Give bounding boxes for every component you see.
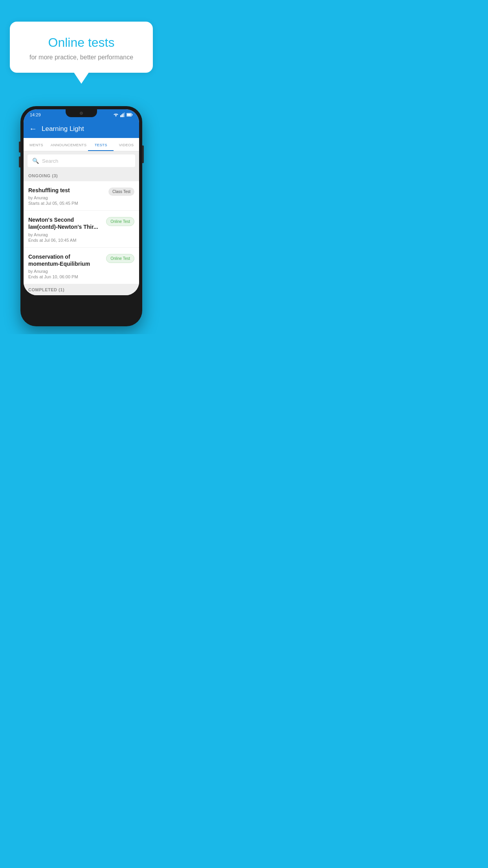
test-title-3: Conservation of momentum-Equilibrium <box>28 253 102 267</box>
wifi-icon <box>113 112 119 117</box>
svg-rect-8 <box>127 114 131 116</box>
svg-rect-3 <box>121 114 122 117</box>
app-bar: ← Learning Light <box>24 120 139 138</box>
signal-icon <box>120 112 125 117</box>
test-item-2[interactable]: Newton's Second law(contd)-Newton's Thir… <box>24 211 139 247</box>
ongoing-section-header: ONGOING (3) <box>24 170 139 181</box>
back-button[interactable]: ← <box>29 124 37 133</box>
status-time: 14:29 <box>30 112 41 117</box>
tab-tests[interactable]: TESTS <box>88 138 114 151</box>
test-author-1: by Anurag <box>28 195 105 200</box>
test-info-2: Newton's Second law(contd)-Newton's Thir… <box>28 216 106 242</box>
test-badge-2: Online Test <box>106 217 134 226</box>
search-placeholder: Search <box>42 158 58 164</box>
tab-videos[interactable]: VIDEOS <box>114 138 139 151</box>
test-item-1[interactable]: Reshuffling test by Anurag Starts at Jul… <box>24 181 139 211</box>
test-date-3: Ends at Jun 10, 06:00 PM <box>28 274 102 279</box>
tab-announcements[interactable]: ANNOUNCEMENTS <box>49 138 88 151</box>
search-icon: 🔍 <box>32 158 39 164</box>
svg-marker-0 <box>115 114 117 116</box>
speech-bubble: Online tests for more practice, better p… <box>10 22 153 73</box>
svg-rect-4 <box>123 113 123 117</box>
svg-rect-2 <box>120 115 121 117</box>
test-title-1: Reshuffling test <box>28 187 105 194</box>
svg-rect-5 <box>124 112 125 117</box>
app-bar-title: Learning Light <box>42 125 84 133</box>
status-icons <box>113 112 133 117</box>
svg-marker-1 <box>115 116 117 117</box>
test-info-1: Reshuffling test by Anurag Starts at Jul… <box>28 187 108 206</box>
volume-down-button <box>19 156 20 167</box>
volume-up-button <box>19 142 20 153</box>
test-info-3: Conservation of momentum-Equilibrium by … <box>28 253 106 279</box>
tab-bar: MENTS ANNOUNCEMENTS TESTS VIDEOS <box>24 138 139 151</box>
camera <box>80 112 83 115</box>
test-badge-1: Class Test <box>108 188 134 196</box>
test-author-3: by Anurag <box>28 269 102 274</box>
power-button <box>142 145 144 163</box>
completed-section-header: COMPLETED (1) <box>24 284 139 295</box>
notch <box>66 109 97 117</box>
bubble-subtitle: for more practice, better performance <box>22 54 141 61</box>
phone-outer: 14:29 <box>20 106 142 326</box>
speech-bubble-area: Online tests for more practice, better p… <box>0 0 163 85</box>
search-container: 🔍 Search <box>24 151 139 170</box>
tab-ments[interactable]: MENTS <box>24 138 49 151</box>
phone-screen: 14:29 <box>24 109 139 295</box>
battery-icon <box>127 113 133 117</box>
svg-rect-7 <box>132 114 132 116</box>
search-box[interactable]: 🔍 Search <box>28 154 135 167</box>
test-title-2: Newton's Second law(contd)-Newton's Thir… <box>28 216 102 230</box>
test-date-1: Starts at Jul 05, 05:45 PM <box>28 201 105 206</box>
phone-mockup: 14:29 <box>0 106 163 334</box>
test-item-3[interactable]: Conservation of momentum-Equilibrium by … <box>24 248 139 284</box>
bubble-title: Online tests <box>22 35 141 50</box>
test-badge-3: Online Test <box>106 254 134 263</box>
test-list: Reshuffling test by Anurag Starts at Jul… <box>24 181 139 284</box>
test-author-2: by Anurag <box>28 232 102 237</box>
test-date-2: Ends at Jul 06, 10:45 AM <box>28 238 102 243</box>
